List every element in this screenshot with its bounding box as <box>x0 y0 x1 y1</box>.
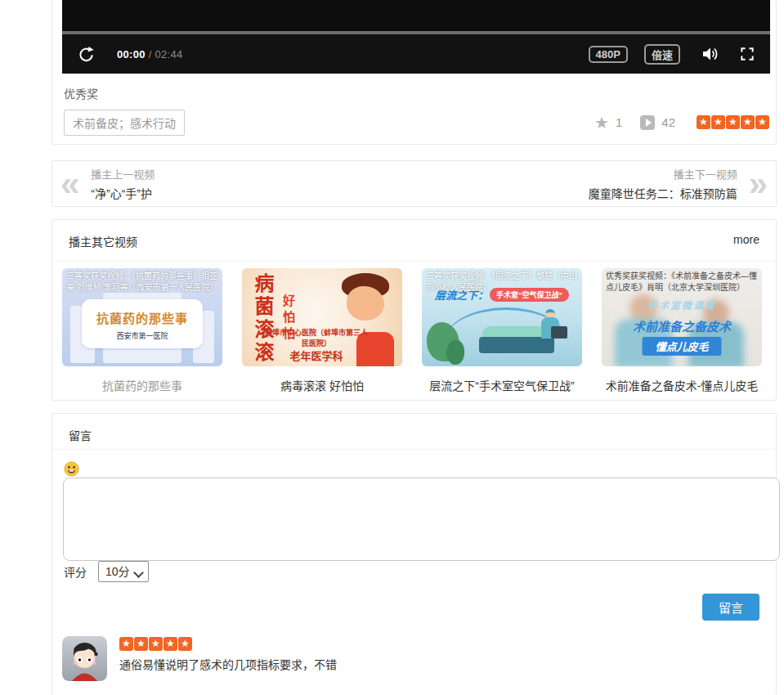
rating-star-icon: ★ <box>178 637 192 651</box>
rating-star-icon: ★ <box>149 637 163 651</box>
smiley-icon <box>64 461 79 477</box>
favorite-star-icon[interactable]: ★ <box>594 114 609 131</box>
video-card: 00:00 / 02:44 480P 倍速 优秀奖 术前备皮；感 <box>52 0 777 145</box>
thumbnail-caption: 三等奖获奖视频：《层流之下》黎慧（中山市小榄人民医院） <box>422 268 582 295</box>
next-video-title: 魔童降世任务二：标准预防篇 <box>589 185 737 201</box>
speed-button[interactable]: 倍速 <box>644 44 680 65</box>
volume-icon <box>700 44 719 64</box>
volume-button[interactable] <box>700 44 719 64</box>
play-count: 42 <box>661 115 675 129</box>
play-count-icon <box>640 115 655 130</box>
current-time: 00:00 <box>117 48 146 61</box>
video-item[interactable]: 三等奖获奖视频：《层流之下》黎慧（中山市小榄人民医院） 层流之下：手术室“空气保… <box>422 268 582 393</box>
quality-button[interactable]: 480P <box>589 46 628 63</box>
comments-title: 留言 <box>69 427 92 443</box>
other-videos-card: 播主其它视频 more 抗菌药的那些事 西安市第一医院 三等奖获奖视频：《抗菌药… <box>52 219 777 401</box>
favorite-count: 1 <box>616 115 622 129</box>
rating-star-icon: ★ <box>741 115 755 129</box>
thumbnail-title-panel: 抗菌药的那些事 西安市第一医院 <box>82 299 203 348</box>
time-display: 00:00 / 02:44 <box>117 48 183 61</box>
time-separator: / <box>146 48 155 61</box>
rating-label: 评分 <box>64 563 87 580</box>
video-item[interactable]: 优秀奖获奖视频：《术前准备之备皮术—懂点儿皮毛》肖明（北京大学深圳医院） 手术室… <box>602 268 762 393</box>
thumbnail-caption: 三等奖获奖视频：《抗菌药的那些事》相亚美 刘维桢 李羽等（西安市第一人民医院） <box>62 268 222 295</box>
video-title[interactable]: 病毒滚滚 好怕怕 <box>242 377 402 393</box>
video-title[interactable]: 层流之下“手术室空气保卫战” <box>422 377 582 393</box>
section-divider <box>52 449 776 450</box>
comments-card: 留言 评分 10分 留言 <box>52 413 777 695</box>
fullscreen-icon <box>739 46 755 62</box>
thumbnail-subtitle: 老年医学科 <box>263 348 370 363</box>
fullscreen-button[interactable] <box>739 46 755 62</box>
avatar <box>62 636 107 681</box>
comment-rating-stars: ★ ★ ★ ★ ★ <box>119 637 337 651</box>
video-title[interactable]: 术前准备之备皮术-懂点儿皮毛 <box>602 377 762 393</box>
video-thumbnail[interactable]: 病菌滚滚 好怕怕 蚌埠市中心医院（蚌埠市第三人民医院） 老年医学科 <box>242 268 402 366</box>
thumbnail-tagline: 手术室微课堂 <box>602 298 762 312</box>
more-link[interactable]: more <box>733 233 759 246</box>
award-label: 优秀奖 <box>64 85 98 101</box>
double-chevron-left-icon: « <box>60 168 79 200</box>
submit-comment-button[interactable]: 留言 <box>702 594 759 621</box>
thumbnail-subtitle: 蚌埠市中心医院（蚌埠市第三人民医院） <box>263 327 370 348</box>
rating-star-icon: ★ <box>119 637 133 651</box>
video-stats: ★ 1 42 ★ ★ ★ ★ ★ <box>594 114 769 131</box>
video-screen[interactable] <box>62 0 770 31</box>
video-player: 00:00 / 02:44 480P 倍速 <box>62 0 770 74</box>
prev-video-title: “净”心“手”护 <box>91 185 155 201</box>
double-chevron-right-icon: » <box>749 168 768 200</box>
thumbnail-title: 术前准备之备皮术 <box>602 317 762 334</box>
duration: 02:44 <box>155 48 183 61</box>
video-title[interactable]: 抗菌药的那些事 <box>62 377 222 393</box>
thumbnail-caption: 优秀奖获奖视频：《术前准备之备皮术—懂点儿皮毛》肖明（北京大学深圳医院） <box>602 268 762 295</box>
video-item[interactable]: 抗菌药的那些事 西安市第一医院 三等奖获奖视频：《抗菌药的那些事》相亚美 刘维桢… <box>62 268 222 393</box>
video-thumbnail[interactable]: 三等奖获奖视频：《层流之下》黎慧（中山市小榄人民医院） 层流之下：手术室“空气保… <box>422 268 582 366</box>
rating-star-icon: ★ <box>726 115 740 129</box>
video-thumbnail[interactable]: 优秀奖获奖视频：《术前准备之备皮术—懂点儿皮毛》肖明（北京大学深圳医院） 手术室… <box>602 268 762 366</box>
rating-star-icon: ★ <box>711 115 725 129</box>
prev-video-link[interactable]: « 播主上一视频 “净”心“手”护 <box>60 166 166 201</box>
section-divider <box>52 261 776 262</box>
replay-button[interactable] <box>77 45 96 64</box>
rating-star-icon: ★ <box>134 637 148 651</box>
rating-star-icon: ★ <box>755 115 769 129</box>
next-video-label: 播主下一视频 <box>589 166 737 182</box>
rating-row: 评分 10分 <box>64 561 149 582</box>
video-thumbnail[interactable]: 抗菌药的那些事 西安市第一医院 三等奖获奖视频：《抗菌药的那些事》相亚美 刘维桢… <box>62 268 222 366</box>
video-item[interactable]: 病菌滚滚 好怕怕 蚌埠市中心医院（蚌埠市第三人民医院） 老年医学科 病毒滚滚 好… <box>242 268 402 393</box>
thumbnail-badge: 懂点儿皮毛 <box>642 337 721 356</box>
player-controls: 00:00 / 02:44 480P 倍速 <box>62 34 770 74</box>
comment-text: 通俗易懂说明了感术的几项指标要求，不错 <box>119 656 337 672</box>
prev-next-card: « 播主上一视频 “净”心“手”护 播主下一视频 魔童降世任务二：标准预防篇 » <box>52 160 777 207</box>
comment-input[interactable] <box>63 478 780 561</box>
comment-item: ★ ★ ★ ★ ★ 通俗易懂说明了感术的几项指标要求，不错 <box>62 636 337 681</box>
rating-select[interactable]: 10分 <box>98 561 149 582</box>
thumbnail-title: 抗菌药的那些事 <box>82 309 203 326</box>
replay-icon <box>77 45 96 64</box>
thumbnail-subtitle: 西安市第一医院 <box>82 330 203 341</box>
thumbnail-row: 抗菌药的那些事 西安市第一医院 三等奖获奖视频：《抗菌药的那些事》相亚美 刘维桢… <box>62 268 762 393</box>
video-tag-row: 术前备皮；感术行动 ★ 1 42 ★ ★ ★ ★ ★ <box>64 110 769 134</box>
next-video-link[interactable]: 播主下一视频 魔童降世任务二：标准预防篇 » <box>577 166 768 201</box>
rating-star-icon: ★ <box>697 115 710 129</box>
prev-video-label: 播主上一视频 <box>91 166 155 182</box>
other-videos-title: 播主其它视频 <box>69 233 137 249</box>
rating-star-icon: ★ <box>164 637 177 651</box>
video-rating-stars: ★ ★ ★ ★ ★ <box>697 115 769 129</box>
video-tag[interactable]: 术前备皮；感术行动 <box>64 110 185 136</box>
